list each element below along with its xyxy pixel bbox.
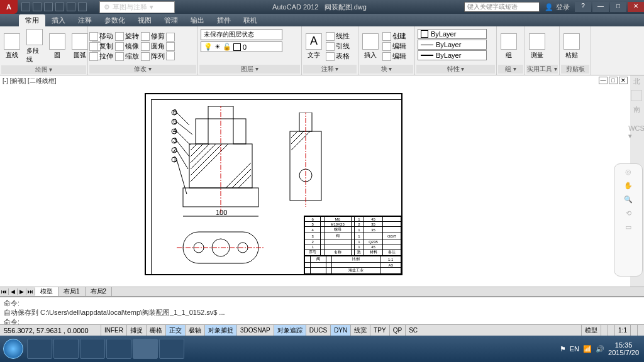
wcs-label[interactable]: WCS ▾ [628, 124, 644, 140]
status-right-item[interactable] [608, 325, 614, 336]
coordinates-display[interactable]: 556.3072, 57.9631 , 0.0000 [0, 327, 101, 334]
tab-view[interactable]: 视图 [131, 14, 158, 26]
viewport-label[interactable]: [-] [俯视] [二维线框] [3, 77, 57, 85]
arc-button[interactable]: 圆弧 [69, 32, 91, 61]
scale-button[interactable]: 缩放 [115, 52, 139, 61]
panel-draw-title[interactable]: 绘图 ▾ [1, 65, 86, 74]
paste-button[interactable]: 粘贴 [561, 32, 582, 61]
tray-sound-icon[interactable]: 🔊 [596, 345, 604, 353]
status-toggle-对象追踪[interactable]: 对象追踪 [274, 325, 306, 336]
status-toggle-3DOSNAP[interactable]: 3DOSNAP [236, 325, 274, 336]
group-button[interactable]: 组 [498, 32, 519, 61]
create-block-button[interactable]: 创建 [382, 31, 406, 41]
status-toggle-INFER[interactable]: INFER [101, 325, 126, 336]
table-button[interactable]: 表格 [326, 52, 350, 61]
tab-last-icon[interactable]: ⏭ [26, 288, 35, 295]
stretch-button[interactable]: 拉伸 [89, 52, 113, 61]
viewcube-icon[interactable] [631, 90, 642, 101]
mod-more-2[interactable] [166, 42, 175, 51]
help-search-input[interactable]: 键入关键字或短语 [464, 2, 540, 12]
panel-util-title[interactable]: 实用工具 ▾ [526, 65, 558, 74]
status-right-item[interactable]: 1:1 [614, 325, 630, 336]
qat-save-icon[interactable] [44, 3, 53, 11]
task-browser[interactable] [80, 339, 105, 359]
drawing-viewport[interactable]: [-] [俯视] [二维线框] — □ ✕ [0, 75, 630, 287]
vp-close-icon[interactable]: ✕ [619, 77, 628, 84]
tab-home[interactable]: 常用 [19, 14, 45, 26]
circle-button[interactable]: 圆 [47, 32, 68, 61]
tab-online[interactable]: 联机 [237, 14, 264, 26]
tab-addins[interactable]: 插件 [211, 14, 237, 26]
tab-parametric[interactable]: 参数化 [98, 14, 131, 26]
command-line[interactable]: 命令: 自动保存到 C:\Users\dell\appdata\local\te… [0, 297, 644, 324]
vp-minimize-icon[interactable]: — [599, 77, 608, 84]
trim-button[interactable]: 修剪 [141, 31, 165, 41]
wheel-icon[interactable]: ◎ [623, 168, 633, 178]
panel-modify-title[interactable]: 修改 ▾ [89, 65, 196, 74]
linear-dim-button[interactable]: 线性 [326, 31, 350, 41]
tray-lang[interactable]: EN [570, 345, 579, 353]
linetype-dropdown[interactable]: ByLayer [418, 40, 487, 50]
task-folder[interactable] [106, 339, 131, 359]
workspace-selector[interactable]: ⚙ 草图与注释 ▾ [99, 1, 175, 13]
orbit-icon[interactable]: ⟲ [623, 209, 633, 219]
panel-block-title[interactable]: 块 ▾ [360, 65, 413, 74]
rotate-button[interactable]: 旋转 [115, 31, 139, 41]
start-button[interactable] [0, 336, 26, 362]
task-qq[interactable] [53, 339, 79, 359]
layer-state-dropdown[interactable]: 未保存的图层状态 [201, 29, 282, 40]
text-button[interactable]: A文字 [303, 32, 325, 61]
fillet-button[interactable]: 圆角 [141, 41, 165, 51]
insert-block-button[interactable]: 插入 [360, 32, 381, 61]
panel-layers-title[interactable]: 图层 ▾ [199, 65, 300, 74]
move-button[interactable]: 移动 [89, 31, 113, 41]
status-toggle-极轴[interactable]: 极轴 [185, 325, 204, 336]
tab-annotate[interactable]: 注释 [72, 14, 98, 26]
pan-icon[interactable]: ✋ [623, 182, 633, 192]
status-toggle-QP[interactable]: QP [389, 325, 405, 336]
array-button[interactable]: 阵列 [141, 52, 165, 61]
status-toggle-正交[interactable]: 正交 [165, 325, 185, 336]
status-toggle-DYN[interactable]: DYN [330, 325, 350, 336]
status-right-item[interactable] [601, 325, 608, 336]
mirror-button[interactable]: 镜像 [115, 41, 139, 51]
tab-manage[interactable]: 管理 [158, 14, 184, 26]
layout-tab-1[interactable]: 布局1 [58, 287, 86, 296]
tab-first-icon[interactable]: ⏮ [0, 288, 9, 295]
copy-button[interactable]: 复制 [89, 41, 113, 51]
task-app[interactable] [159, 339, 184, 359]
maximize-button[interactable]: □ [610, 2, 626, 12]
tray-flag-icon[interactable]: ⚑ [560, 345, 566, 353]
tab-output[interactable]: 输出 [184, 14, 211, 26]
mod-more-1[interactable] [166, 33, 175, 41]
measure-button[interactable]: 测量 [526, 32, 548, 61]
tray-network-icon[interactable]: 📶 [583, 345, 592, 353]
status-toggle-DUCS[interactable]: DUCS [306, 325, 330, 336]
status-right-item[interactable] [630, 325, 637, 336]
status-toggle-捕捉[interactable]: 捕捉 [126, 325, 146, 336]
tab-next-icon[interactable]: ▶ [18, 288, 26, 295]
qat-undo-icon[interactable] [55, 3, 64, 11]
line-button[interactable]: 直线 [1, 32, 23, 61]
polyline-button[interactable]: 多段线 [24, 28, 45, 65]
status-right-item[interactable] [637, 325, 644, 336]
lineweight-dropdown[interactable]: ByLayer [418, 50, 487, 60]
showmotion-icon[interactable]: ▭ [623, 223, 633, 233]
vp-maximize-icon[interactable]: □ [609, 77, 618, 84]
panel-props-title[interactable]: 特性 ▾ [416, 65, 495, 74]
qat-new-icon[interactable] [21, 3, 30, 11]
mod-more-3[interactable] [166, 52, 175, 60]
layout-tab-model[interactable]: 模型 [35, 287, 58, 296]
task-explorer[interactable] [27, 339, 52, 359]
qat-redo-icon[interactable] [67, 3, 75, 11]
panel-annot-title[interactable]: 注释 ▾ [303, 65, 357, 74]
tab-insert[interactable]: 插入 [45, 14, 72, 26]
status-toggle-TPY[interactable]: TPY [370, 325, 389, 336]
status-toggle-栅格[interactable]: 栅格 [146, 325, 165, 336]
qat-print-icon[interactable] [78, 3, 87, 11]
minimize-button[interactable]: — [592, 2, 609, 12]
leader-button[interactable]: 引线 [326, 41, 350, 51]
login-button[interactable]: 👤 登录 [545, 3, 570, 12]
panel-group-title[interactable]: 组 ▾ [498, 65, 523, 74]
status-right-item[interactable]: 模型 [581, 325, 601, 336]
